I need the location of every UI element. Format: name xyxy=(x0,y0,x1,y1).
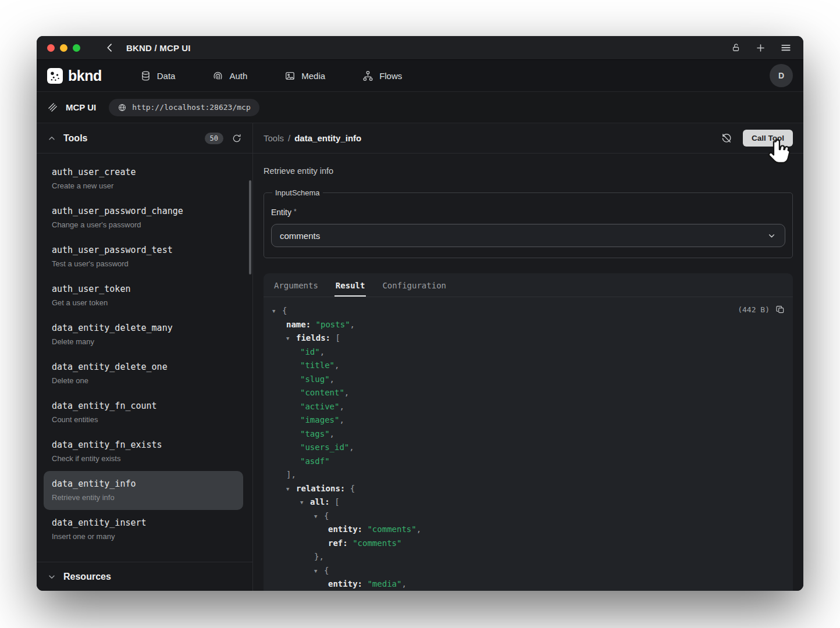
collapse-toggle-icon[interactable]: ▼ xyxy=(300,496,303,510)
tools-count-badge: 50 xyxy=(205,133,223,144)
nav-item-label: Auth xyxy=(229,71,247,81)
tab-result[interactable]: Result xyxy=(334,274,366,297)
tool-name: data_entity_fn_count xyxy=(52,401,235,411)
sidebar-tool-item[interactable]: auth_user_password_test Test a user's pa… xyxy=(44,237,243,276)
collapse-toggle-icon[interactable]: ▼ xyxy=(314,510,317,524)
nav-item-label: Media xyxy=(301,71,325,81)
tool-name: data_entity_fn_exists xyxy=(52,440,235,450)
app-window: BKND / MCP UI bknd xyxy=(37,36,803,591)
nav-item-flows[interactable]: Flows xyxy=(354,66,410,86)
nav-item-media[interactable]: Media xyxy=(276,66,333,86)
tool-description: Delete many xyxy=(52,337,235,346)
tab-arguments[interactable]: Arguments xyxy=(273,274,319,297)
json-line: "title", xyxy=(264,359,793,373)
nav-item-auth[interactable]: Auth xyxy=(204,66,255,86)
maximize-window-button[interactable] xyxy=(73,44,80,52)
resources-section-header[interactable]: Resources xyxy=(37,562,252,591)
nav-item-label: Flows xyxy=(379,71,402,81)
tool-name: data_entity_delete_many xyxy=(52,323,235,333)
tools-section-header[interactable]: Tools 50 xyxy=(37,123,252,154)
json-line: name: "posts", xyxy=(264,318,793,332)
required-marker: * xyxy=(294,208,297,216)
json-line: "id", xyxy=(264,345,793,359)
tools-list: auth_user_create Create a new user auth_… xyxy=(37,154,252,562)
breadcrumb-current: data_entity_info xyxy=(294,133,361,143)
refresh-tools-button[interactable] xyxy=(232,133,242,144)
collapse-toggle-icon[interactable]: ▼ xyxy=(314,565,317,579)
json-line: "asdf" xyxy=(264,455,793,469)
json-line: "users_id", xyxy=(264,441,793,455)
tool-description: Change a user's password xyxy=(52,220,235,229)
image-icon xyxy=(284,70,296,81)
tool-description: Retrieve entity info xyxy=(264,166,793,176)
json-line: }, xyxy=(264,550,793,564)
collapse-toggle-icon[interactable]: ▼ xyxy=(286,483,289,497)
collapse-toggle-icon[interactable]: ▼ xyxy=(286,332,289,346)
tool-detail-panel: Tools / data_entity_info Call Tool Retri… xyxy=(253,123,803,591)
sidebar-tool-item[interactable]: data_entity_insert Insert one or many xyxy=(44,510,243,549)
sidebar-tool-item[interactable]: data_entity_delete_one Delete one xyxy=(44,354,243,393)
nav-item-data[interactable]: Data xyxy=(132,66,184,86)
json-line: "images", xyxy=(264,413,793,427)
json-line: ▼relations: { xyxy=(264,482,793,496)
json-line: entity: "media", xyxy=(264,577,793,591)
sidebar-tool-item[interactable]: auth_user_token Get a user token xyxy=(44,276,243,315)
tool-description: Delete one xyxy=(52,376,235,385)
user-avatar[interactable]: D xyxy=(770,64,793,87)
json-tree: ▼{name: "posts",▼fields: ["id","title","… xyxy=(264,304,793,591)
tool-description: Get a user token xyxy=(52,298,235,307)
sidebar-tool-item[interactable]: auth_user_create Create a new user xyxy=(44,159,243,198)
mcp-layers-icon xyxy=(47,102,59,113)
brand-logo[interactable]: bknd xyxy=(47,67,102,84)
sidebar-tool-item[interactable]: data_entity_info Retrieve entity info xyxy=(44,471,243,510)
sidebar-tool-item[interactable]: data_entity_fn_exists Check if entity ex… xyxy=(44,432,243,471)
tab-configuration[interactable]: Configuration xyxy=(381,274,447,297)
menu-icon[interactable] xyxy=(780,42,792,53)
new-tab-icon[interactable] xyxy=(755,42,766,53)
json-line: "slug", xyxy=(264,373,793,387)
collapse-toggle-icon[interactable]: ▼ xyxy=(272,305,275,319)
tool-detail-content: Retrieve entity info InputSchema Entity*… xyxy=(253,154,803,591)
chevron-left-icon xyxy=(104,42,116,53)
json-line: entity: "comments", xyxy=(264,523,793,537)
json-line: ▼{ xyxy=(264,304,793,318)
sidebar-tool-item[interactable]: auth_user_password_change Change a user'… xyxy=(44,198,243,237)
chevron-up-icon xyxy=(47,134,56,143)
flow-icon xyxy=(362,70,373,81)
json-line: "active", xyxy=(264,400,793,414)
chevron-down-icon xyxy=(767,231,777,241)
title-bar: BKND / MCP UI xyxy=(37,36,803,60)
tool-name: auth_user_password_change xyxy=(52,206,235,216)
breadcrumb-section[interactable]: Tools xyxy=(264,133,284,143)
result-tabs: Arguments Result Configuration xyxy=(264,273,793,297)
brand-name: bknd xyxy=(68,67,102,84)
json-line: ], xyxy=(264,468,793,482)
tools-section-title: Tools xyxy=(63,133,87,144)
close-window-button[interactable] xyxy=(47,44,55,52)
tool-description: Insert one or many xyxy=(52,532,235,541)
tool-name: auth_user_create xyxy=(52,167,235,177)
tool-name: data_entity_delete_one xyxy=(52,362,235,372)
tools-sidebar: Tools 50 auth_user_create Create a new u… xyxy=(37,123,253,591)
server-url-pill[interactable]: http://localhost:28623/mcp xyxy=(109,99,259,116)
desktop-wallpaper: { "window": { "title": "BKND / MCP UI" }… xyxy=(0,0,840,628)
lock-open-icon[interactable] xyxy=(731,42,741,53)
result-card: Arguments Result Configuration (442 B) ▼… xyxy=(264,273,793,591)
tool-detail-header: Tools / data_entity_info Call Tool xyxy=(253,123,803,154)
minimize-window-button[interactable] xyxy=(60,44,67,52)
database-icon xyxy=(140,70,151,81)
tool-name: auth_user_token xyxy=(52,284,235,294)
sidebar-tool-item[interactable]: data_entity_fn_count Count entities xyxy=(44,393,243,432)
globe-icon xyxy=(118,103,127,112)
entity-select[interactable]: comments xyxy=(271,224,785,247)
input-schema-legend: InputSchema xyxy=(272,188,323,197)
call-tool-button[interactable]: Call Tool xyxy=(743,130,793,147)
sidebar-tool-item[interactable]: data_entity_delete_many Delete many xyxy=(44,315,243,354)
back-button[interactable] xyxy=(104,42,116,53)
tool-description: Test a user's password xyxy=(52,259,235,268)
entity-select-value: comments xyxy=(280,231,320,241)
entity-field-label: Entity* xyxy=(271,208,785,217)
tool-name: auth_user_password_test xyxy=(52,245,235,255)
sidebar-scrollbar[interactable] xyxy=(249,180,251,274)
history-off-button[interactable] xyxy=(721,133,732,144)
